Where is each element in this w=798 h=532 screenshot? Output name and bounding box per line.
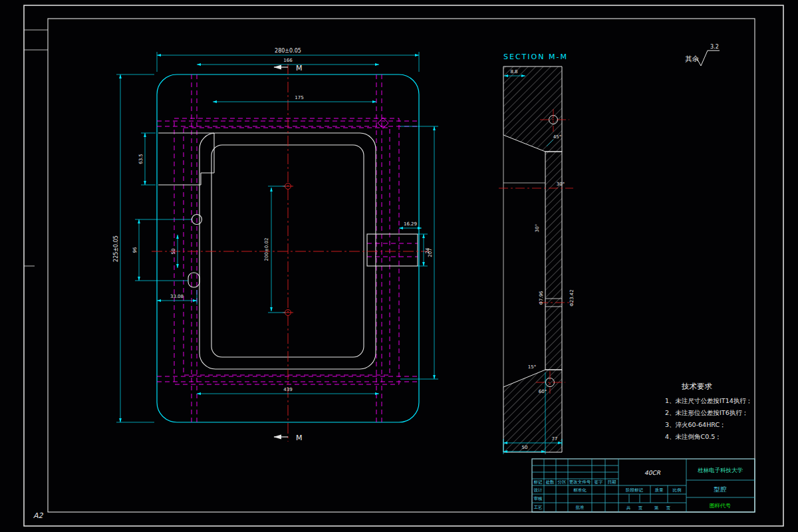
tech-title: 技术要求 <box>681 382 713 391</box>
dim-text-33-08: 33.08 <box>170 294 184 299</box>
dim-text-cbore-dia: Φ23.42 <box>569 289 575 307</box>
title-block-texts: 标记 处数 分区 更改文件号 签字 日期 设计 标准化 审核 工艺 批准 40C… <box>533 467 743 511</box>
tb-label-sign: 签字 <box>595 479 604 485</box>
roughness-symbol-icon <box>697 51 720 66</box>
left-slot <box>188 273 200 287</box>
section-view: SECTION M-M <box>499 53 575 454</box>
right-tab <box>367 234 418 266</box>
section-body <box>503 66 562 452</box>
tb-label-scale: 比例 <box>673 487 682 493</box>
cavity-inner-edge <box>211 145 364 357</box>
dim-text-96: 96 <box>132 247 138 253</box>
dim-text-50: 50 <box>171 249 176 255</box>
dim-text-200: 200±0.02 <box>264 238 269 261</box>
dim-text-207: 207 <box>428 248 433 257</box>
dim-text-166: 166 <box>283 58 293 63</box>
plan-dimension-texts: 280±0.05 166 175 225±0.05 63.5 96 50 33.… <box>113 48 433 392</box>
dim-text-225: 225±0.05 <box>113 235 119 262</box>
tb-material: 40CR <box>644 469 661 476</box>
tb-label-sheet-no: 第 <box>654 505 659 511</box>
dim-text-15: 15° <box>528 364 536 370</box>
tb-label-date: 日期 <box>608 479 616 485</box>
dim-text-30-side: 30° <box>535 224 540 232</box>
roughness-note: 其余 3.2 <box>685 44 720 66</box>
tb-label-zone: 分区 <box>558 479 567 485</box>
dim-text-30: 30° <box>557 182 565 187</box>
dim-text-hole-dia: Φ7.96 <box>539 291 544 305</box>
tb-label-approve: 批准 <box>576 505 585 510</box>
sheet-format-label: A2 <box>33 511 44 520</box>
hidden-corner-plug <box>378 118 388 128</box>
tb-label-count: 处数 <box>546 479 555 485</box>
tb-label-page1: 页 <box>638 505 643 511</box>
section-title: SECTION M-M <box>503 53 568 61</box>
tech-requirements: 技术要求 1、未注尺寸公差按IT14执行； 2、未注形位公差按IT6执行； 3、… <box>665 382 752 440</box>
tb-part-name: 型腔 <box>714 485 728 493</box>
tb-label-design: 设计 <box>534 487 543 493</box>
dim-text-77: 77 <box>552 436 558 442</box>
dim-text-63-5: 63.5 <box>138 154 144 164</box>
dim-text-280: 280±0.05 <box>275 48 301 54</box>
dim-text-439: 439 <box>283 387 292 392</box>
tb-company: 桂林电子科技大学 <box>698 467 743 473</box>
tb-label-stage-mark: 阶段标记 <box>626 487 644 493</box>
tb-label-weight: 质量 <box>655 487 664 493</box>
tb-drawing-code: 图样代号 <box>710 503 731 509</box>
tb-label-total: 共 <box>626 505 631 511</box>
drawing-sheet: A2 <box>0 0 798 532</box>
title-block: 标记 处数 分区 更改文件号 签字 日期 设计 标准化 审核 工艺 批准 40C… <box>532 459 755 512</box>
tb-label-standardize: 标准化 <box>573 487 587 493</box>
dim-text-8-8: 8.8 <box>510 69 517 74</box>
tb-label-page2: 页 <box>666 505 671 511</box>
left-step-notch <box>158 133 214 185</box>
centerlines <box>152 64 429 442</box>
tb-label-mark: 标记 <box>533 479 543 485</box>
tech-item-3: 3、淬火60-64HRC； <box>665 421 726 428</box>
plan-view: M M <box>113 48 438 442</box>
roughness-value: 3.2 <box>710 44 719 50</box>
tb-label-check: 审核 <box>534 496 543 501</box>
tech-item-2: 2、未注形位公差按IT6执行； <box>665 409 748 416</box>
dim-text-16-29: 16.29 <box>404 221 417 227</box>
cavity-outer-edge <box>200 133 376 369</box>
dim-text-60: 60° <box>539 389 547 394</box>
dim-text-50s: 50 <box>522 445 528 450</box>
tech-item-4: 4、未注倒角C0.5； <box>665 433 722 440</box>
cad-drawing-canvas: A2 <box>0 0 798 532</box>
cut-label-bottom: M <box>296 434 303 442</box>
tech-item-1: 1、未注尺寸公差按IT14执行； <box>665 397 752 404</box>
tb-label-change-doc: 更改文件号 <box>569 479 591 485</box>
cut-label-top: M <box>296 64 303 72</box>
inner-border <box>48 19 755 512</box>
dim-text-45: 45° <box>553 134 561 140</box>
dim-text-175: 175 <box>295 95 303 100</box>
tb-label-process: 工艺 <box>534 505 543 510</box>
